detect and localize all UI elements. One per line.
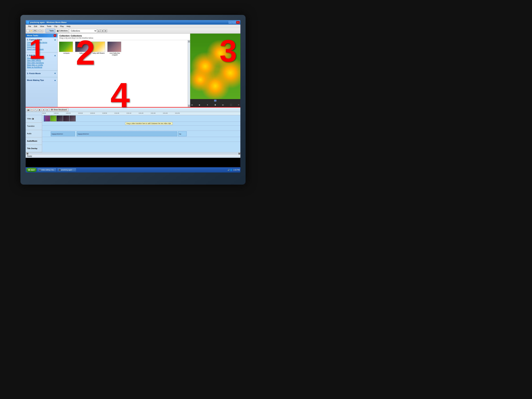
play-btn[interactable]: ▶: [199, 104, 200, 106]
menu-help[interactable]: Help: [65, 25, 72, 27]
collections-dropdown[interactable]: Collections: [69, 29, 97, 33]
title-bar: practicing again - Windows Movie Maker ─…: [26, 20, 240, 25]
taskbar-item-video[interactable]: 🎬 Video editing 4 ba...: [37, 168, 57, 172]
import-video-link[interactable]: Import video: [27, 44, 56, 46]
show-storyboard-button[interactable]: 🎞 Show Storyboard: [50, 108, 68, 112]
ruler-6: 0:01:00: [114, 112, 119, 114]
collections-scrollbar[interactable]: ▲ ▼: [188, 40, 190, 107]
moviemaker-icon: 🎥: [59, 169, 61, 171]
scroll-right[interactable]: ►: [238, 152, 240, 154]
tl-play-btn[interactable]: ▶: [38, 108, 41, 111]
toolbar-open[interactable]: 📂: [30, 29, 33, 32]
maximize-button[interactable]: □: [232, 21, 236, 24]
tips-collapse[interactable]: ▲: [54, 79, 56, 81]
tl-camera-btn[interactable]: 📷: [27, 108, 30, 111]
nav-up-button[interactable]: ▲: [97, 29, 100, 32]
stop-btn[interactable]: ⏹: [214, 104, 216, 106]
toolbar-new[interactable]: 📄: [26, 29, 29, 32]
clip-mom-kiss[interactable]: mom baby kiss cropped: [107, 42, 122, 106]
next-btn[interactable]: ⏭: [222, 104, 224, 106]
h-scrollbar[interactable]: ◄ ►: [26, 152, 240, 154]
transition-tooltip: Drag a video transition here to add it b…: [125, 122, 173, 125]
clip-baby-flowers-label: baby with flowers: [91, 52, 106, 54]
show-collections-link[interactable]: Show collections: [27, 57, 56, 59]
windows-icon: ⊞: [28, 169, 30, 171]
task-section-edit: 2. Edit Movie ▲ Show collections View vi…: [26, 53, 57, 70]
scroll-down-arrow[interactable]: ▼: [188, 105, 190, 107]
panel-header: Movie Tasks ✕: [26, 34, 57, 38]
tl-tool-btn[interactable]: 🔧: [34, 108, 38, 111]
audio-bar-2[interactable]: happyjusttobehere: [77, 132, 177, 136]
video-label: Video 🎥: [26, 115, 42, 123]
make-titles-link[interactable]: Make titles or credits: [27, 64, 56, 66]
tips-section-header: Movie Making Tips ▲: [27, 79, 56, 81]
capture-video-link[interactable]: Capture from video device: [27, 42, 56, 44]
audio-bar-1[interactable]: happyjusttobehere: [51, 132, 75, 136]
preview-small-icon: [214, 100, 216, 102]
taskbar-item-moviemaker[interactable]: 🎥 practicing again - ...: [57, 168, 76, 172]
main-area: Movie Tasks ✕ 1. Capture Video ▲ Capture…: [26, 34, 240, 107]
import-audio-link[interactable]: Import audio or music: [27, 48, 56, 50]
timeline-ruler: 00:00 0:00:10 0:00:20 0:00:30 0:00:40 0:…: [42, 112, 240, 115]
video-clip-5[interactable]: [70, 115, 76, 121]
video-clip-4[interactable]: [63, 115, 69, 121]
capture-collapse[interactable]: ▲: [54, 38, 56, 41]
title-overlay-track: [42, 137, 240, 142]
menu-clip[interactable]: Clip: [53, 25, 59, 27]
finish-collapse[interactable]: ▼: [54, 72, 56, 75]
title-overlay-label: Title Overlay: [26, 145, 42, 152]
clip-baby-with-flowers[interactable]: baby with flowers: [91, 42, 106, 106]
clip-coriopsis[interactable]: coriopsis: [59, 42, 74, 106]
ruler-0: 00:00: [42, 112, 46, 114]
separator-1: [44, 29, 44, 33]
prev-btn[interactable]: ⏮: [191, 104, 193, 106]
menu-edit[interactable]: Edit: [32, 25, 39, 27]
finish-section-header: 3. Finish Movie ▼: [27, 72, 56, 75]
collections-header: Collection: Collections Drag a clip and …: [58, 34, 190, 40]
collections-panel: Collection: Collections Drag a clip and …: [58, 34, 190, 107]
task-section-tips: Movie Making Tips ▲: [26, 78, 57, 83]
import-pictures-link[interactable]: Import pictures: [27, 46, 56, 48]
preview-video-area: [190, 34, 240, 99]
ruler-7: 0:01:10: [127, 112, 131, 114]
video-editing-icon: 🎬: [39, 169, 41, 171]
toolbar-undo[interactable]: ↩: [37, 29, 40, 32]
pause-btn[interactable]: ⏸: [207, 104, 208, 106]
close-button[interactable]: ✕: [236, 21, 240, 24]
menu-view[interactable]: View: [39, 25, 45, 27]
start-button[interactable]: ⊞ start: [26, 168, 37, 172]
screen: practicing again - Windows Movie Maker ─…: [26, 20, 240, 172]
fullscreen-btn[interactable]: ⛶: [230, 104, 232, 106]
toolbar-save[interactable]: 💾: [33, 29, 36, 32]
clip-baby[interactable]: baby a...: [75, 42, 90, 106]
nav-back-button[interactable]: ◄: [101, 29, 104, 32]
tasks-button[interactable]: 📋 Tasks: [45, 29, 55, 33]
ruler-5: 0:00:50: [102, 112, 107, 114]
menu-play[interactable]: Play: [59, 25, 65, 27]
scroll-left[interactable]: ◄: [26, 152, 28, 154]
tl-fwd-btn[interactable]: ►: [46, 108, 49, 111]
audio-label-3: hap: [179, 133, 181, 135]
audio-bar-3[interactable]: hap: [178, 132, 187, 136]
view-effects-link[interactable]: View video effects: [27, 60, 56, 62]
divider-2: [26, 70, 57, 70]
toolbar-redo[interactable]: ↪: [40, 29, 43, 32]
video-clip-3[interactable]: [57, 115, 63, 121]
video-clip-2[interactable]: [50, 115, 57, 121]
window-title: practicing again - Windows Movie Maker: [30, 21, 228, 23]
split-btn[interactable]: ✂: [238, 104, 239, 106]
edit-collapse[interactable]: ▲: [54, 54, 56, 57]
scroll-up-arrow[interactable]: ▲: [188, 40, 190, 43]
tl-back-btn[interactable]: ◄: [42, 108, 45, 111]
clip-coriopsis-label: coriopsis: [59, 52, 74, 54]
menu-tools[interactable]: Tools: [45, 25, 53, 27]
collections-button[interactable]: 🎬 Collections: [55, 29, 69, 33]
menu-file[interactable]: File: [27, 25, 32, 27]
panel-close-button[interactable]: ✕: [54, 34, 56, 37]
preview-panel: ⏮ ▶ ⏸ ⏹ ⏭ ⛶ ✂: [190, 34, 240, 107]
automovie-link[interactable]: Make an AutoMovie: [27, 66, 56, 68]
minimize-button[interactable]: ─: [228, 21, 232, 24]
tl-scissors-btn[interactable]: ✂: [31, 108, 34, 111]
view-toggle-button[interactable]: ⊞: [104, 29, 107, 32]
view-transitions-link[interactable]: View video transitions: [27, 62, 56, 64]
